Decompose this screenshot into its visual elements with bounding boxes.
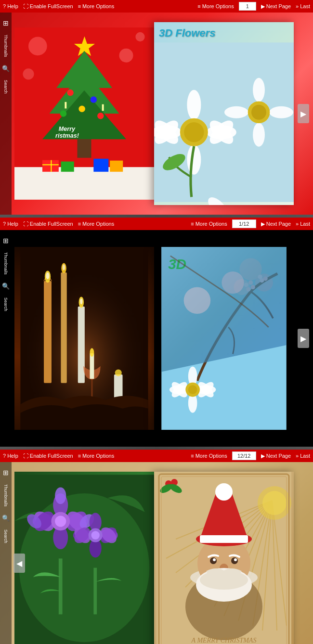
svg-rect-61 [90,353,94,379]
next-page-btn-1[interactable]: ▶ Next Page [261,3,291,10]
svg-point-12 [91,96,97,103]
svg-point-145 [213,558,216,561]
svg-point-58 [63,264,65,270]
svg-rect-56 [61,272,66,383]
grid-icon-1[interactable]: ⊞ [3,19,9,27]
svg-rect-10 [78,139,91,158]
book-area-3: A MERRY CHRISTMAS [0,462,313,644]
fullscreen-btn-2[interactable]: ⛶ Enable FullScreen [23,221,73,227]
grid-icon-3[interactable]: ⊞ [3,469,9,477]
svg-point-4 [135,32,144,41]
daisy-container-1 [154,39,294,205]
svg-point-55 [80,298,82,304]
last-btn-2[interactable]: » Last [296,221,310,227]
page-input-2[interactable] [232,219,256,228]
svg-rect-53 [78,307,85,383]
svg-point-11 [67,90,74,96]
thumbnails-label-1[interactable]: Thumbnails [3,35,8,57]
search-icon-1[interactable]: 🔍 [2,65,10,72]
more-options-btn-3b[interactable]: ≡ More Options [191,453,227,459]
nav-arrow-right-1[interactable]: ▶ [298,104,309,123]
page-input-1[interactable] [239,2,256,11]
options-icon-3b: ≡ [191,453,194,459]
svg-point-5 [23,68,34,79]
svg-point-146 [234,558,237,561]
viewer-panel-1: ⊞ Thumbnails 🔍 Search [0,13,313,215]
next-page-btn-3[interactable]: ▶ Next Page [261,453,291,459]
page-left-2 [14,247,154,430]
svg-rect-142 [200,535,248,543]
more-options-btn-1b[interactable]: ≡ More Options [197,3,234,9]
svg-rect-21 [51,160,52,172]
options-icon-1b: ≡ [197,3,200,9]
svg-rect-23 [61,162,74,172]
toolbar-2: ? Help ⛶ Enable FullScreen ≡ More Option… [0,218,313,230]
grid-icon-2[interactable]: ⊞ [3,237,9,245]
side-nav-2: ⊞ Thumbnails 🔍 Search [0,230,12,447]
nav-arrow-right-2[interactable]: ▶ [298,329,309,348]
svg-point-28 [187,90,201,120]
more-options-btn-2a[interactable]: ≡ More Options [78,221,114,227]
svg-point-40 [253,123,265,147]
nav-arrow-left-3[interactable]: ◀ [13,554,25,573]
fullscreen-btn-1[interactable]: ⛶ Enable FullScreen [23,3,73,9]
svg-rect-18 [65,102,66,109]
page-left-3 [14,472,154,644]
options-icon-1a: ≡ [78,3,81,9]
viewer-panel-2: ⊞ Thumbnails 🔍 Search [0,230,313,447]
last-icon-3: » [296,453,299,459]
fullscreen-btn-3[interactable]: ⛶ Enable FullScreen [23,453,73,459]
svg-point-3 [119,49,133,63]
search-icon-3[interactable]: 🔍 [2,515,10,522]
next-icon-3: ▶ [261,453,265,459]
search-icon-2[interactable]: 🔍 [2,283,10,290]
next-icon-2: ▶ [261,221,265,227]
flowers-title-1: 3D Flowers [154,27,215,39]
svg-point-41 [224,106,248,118]
thumbnails-label-2[interactable]: Thumbnails [3,252,8,275]
svg-point-42 [269,106,293,118]
svg-rect-1 [14,167,154,200]
thumbnails-label-3[interactable]: Thumbnails [3,484,8,507]
page-left-1: Merry ristmas! [14,22,154,205]
svg-point-2 [28,37,47,56]
help-btn-3[interactable]: ? Help [3,453,18,459]
fullscreen-icon-2: ⛶ [23,221,28,227]
svg-point-15 [97,113,104,119]
svg-rect-24 [93,159,108,172]
help-btn-2[interactable]: ? Help [3,221,18,227]
search-label-3[interactable]: Search [3,529,8,543]
page-right-2: 3D [154,247,294,430]
next-icon-1: ▶ [261,3,265,10]
last-btn-1[interactable]: » Last [296,3,310,9]
options-icon-3a: ≡ [78,453,81,459]
last-icon-1: » [296,3,299,9]
svg-point-105 [55,515,66,527]
toolbar-1: ? Help ⛶ Enable FullScreen ≡ More Option… [0,0,313,13]
book-area-2: 3D [0,230,313,447]
help-btn-1[interactable]: ? Help [3,3,18,9]
svg-rect-50 [44,281,52,383]
page-right-1: 3D Flowers [154,22,294,205]
svg-point-116 [91,531,100,539]
svg-rect-20 [42,160,59,172]
svg-point-131 [262,491,287,515]
svg-point-64 [115,370,122,376]
page-input-3[interactable] [232,451,256,460]
last-icon-2: » [296,221,299,227]
options-icon-2a: ≡ [78,221,81,227]
svg-point-52 [46,272,49,279]
svg-point-141 [215,483,233,501]
search-label-2[interactable]: Search [3,297,8,311]
more-options-btn-2b[interactable]: ≡ More Options [191,221,227,227]
next-page-btn-2[interactable]: ▶ Next Page [261,221,291,227]
svg-point-85 [188,385,197,394]
fullscreen-icon-1: ⛶ [23,3,28,9]
book-area-1: Merry ristmas! 3D Flowers [0,13,313,215]
more-options-btn-3a[interactable]: ≡ More Options [78,453,114,459]
svg-point-88 [184,287,211,314]
search-label-1[interactable]: Search [3,80,8,94]
toolbar-3: ? Help ⛶ Enable FullScreen ≡ More Option… [0,450,313,462]
last-btn-3[interactable]: » Last [296,453,310,459]
more-options-btn-1a[interactable]: ≡ More Options [78,3,114,9]
